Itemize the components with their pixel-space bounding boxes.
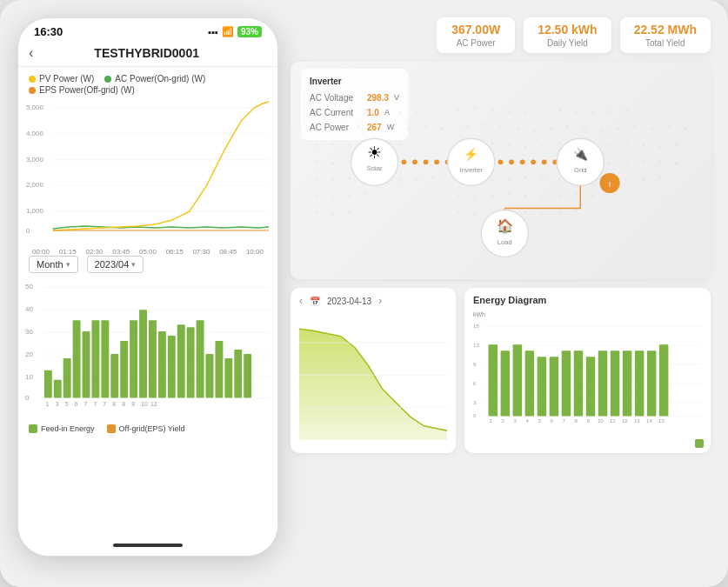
svg-text:Solar: Solar [367, 164, 383, 172]
svg-text:7: 7 [563, 417, 566, 424]
svg-rect-37 [168, 336, 176, 397]
bottom-left-card: ‹ 📅 2023-04-13 › [291, 288, 456, 453]
daily-yield-label: Daily Yield [538, 38, 597, 48]
main-chart: 5,000 4,000 3,000 2,000 1,000 0 [18, 97, 277, 249]
svg-rect-41 [206, 354, 214, 398]
svg-rect-231 [525, 350, 535, 416]
svg-text:7: 7 [93, 402, 97, 408]
area-chart-svg: 12:21 12:41 13:21 14:01 14:41 [299, 310, 447, 440]
svg-point-183 [412, 159, 417, 164]
svg-text:2: 2 [501, 417, 504, 424]
energy-bar-icon [695, 439, 704, 448]
pv-label: PV Power (W) [39, 74, 94, 83]
svg-rect-43 [224, 358, 232, 398]
svg-text:8: 8 [131, 402, 135, 408]
status-icons: ▪▪▪ 📶 93% [208, 26, 262, 37]
daily-yield-value: 12.50 kWh [538, 23, 597, 37]
energy-diagram-title: Energy Diagram [473, 295, 702, 305]
svg-rect-39 [187, 327, 195, 397]
svg-point-192 [520, 159, 525, 164]
svg-text:!: ! [609, 179, 611, 189]
svg-text:8: 8 [122, 402, 125, 408]
svg-rect-42 [215, 341, 223, 398]
offgrid-icon [107, 424, 116, 433]
svg-text:3: 3 [56, 402, 59, 408]
svg-text:7: 7 [84, 402, 88, 408]
svg-text:1: 1 [489, 417, 492, 424]
svg-text:☀: ☀ [367, 143, 382, 162]
legend-row: PV Power (W) AC Power(On-grid) (W) [29, 74, 267, 83]
date-label: 2023-04-13 [327, 297, 371, 306]
main-chart-svg: 5,000 4,000 3,000 2,000 1,000 0 [25, 97, 270, 244]
calendar-icon: 📅 [310, 297, 320, 306]
svg-text:4: 4 [525, 417, 529, 424]
svg-rect-234 [562, 350, 571, 416]
flow-diagram-svg: ☀ Solar ⚡ Inverter [291, 62, 711, 279]
svg-point-185 [434, 159, 439, 164]
energy-legend [695, 439, 704, 448]
legend-feedin: Feed-in Energy [29, 424, 95, 433]
period-label: Month [37, 259, 63, 270]
diagram-area: Inverter AC Voltage 298.3 V AC Current 1… [291, 62, 711, 279]
svg-rect-241 [647, 350, 657, 416]
inner-layout: 16:30 ▪▪▪ 📶 93% ‹ TESTHYBRID0001 [17, 17, 711, 570]
svg-rect-242 [659, 344, 669, 416]
svg-text:12: 12 [622, 417, 628, 424]
prev-date-button[interactable]: ‹ [299, 295, 303, 307]
svg-text:12: 12 [473, 342, 479, 348]
svg-rect-229 [501, 350, 511, 416]
offgrid-label: Off-grid(EPS) Yield [119, 424, 185, 433]
date-nav: ‹ 📅 2023-04-13 › [299, 295, 447, 307]
signal-icon: ▪▪▪ [208, 27, 218, 37]
time-labels: 00:00 01:15 02:30 03:45 05:00 06:15 07:3… [25, 248, 270, 256]
total-yield-label: Total Yield [634, 38, 697, 48]
svg-text:8: 8 [112, 402, 116, 408]
svg-rect-45 [244, 354, 251, 398]
svg-rect-236 [586, 357, 596, 416]
svg-rect-233 [550, 357, 559, 416]
svg-rect-29 [91, 320, 99, 397]
svg-text:40: 40 [25, 305, 33, 313]
svg-point-190 [498, 159, 504, 164]
svg-text:9: 9 [587, 417, 591, 424]
energy-diagram-svg: kWh 15 12 9 6 3 0 [473, 309, 702, 427]
ac-label: AC Power(On-grid) (W) [115, 74, 205, 83]
svg-rect-36 [158, 331, 166, 397]
wifi-icon: 📶 [222, 26, 234, 37]
svg-text:5,000: 5,000 [26, 103, 43, 111]
svg-point-204 [481, 210, 528, 257]
svg-rect-25 [54, 380, 62, 398]
svg-text:Inverter: Inverter [460, 166, 484, 174]
svg-text:⚡: ⚡ [464, 147, 478, 162]
energy-diagram-card: Energy Diagram kWh 15 12 9 6 3 0 [464, 288, 711, 453]
svg-text:5: 5 [538, 417, 542, 424]
stat-ac-power: 367.00W AC Power [437, 17, 515, 53]
svg-rect-235 [574, 350, 584, 416]
svg-rect-31 [110, 354, 118, 398]
yearmonth-selector[interactable]: 2023/04 ▾ [87, 256, 144, 273]
feedin-label: Feed-in Energy [41, 424, 95, 433]
svg-rect-24 [44, 370, 52, 398]
svg-text:10: 10 [25, 373, 33, 381]
eps-dot [29, 87, 36, 94]
next-date-button[interactable]: › [378, 295, 382, 307]
svg-text:0: 0 [473, 412, 477, 418]
legend-eps: EPS Power(Off-grid) (W) [29, 85, 135, 95]
svg-rect-228 [489, 344, 498, 416]
svg-rect-240 [635, 350, 645, 416]
ac-dot [104, 76, 111, 83]
right-panel: 367.00W AC Power 12.50 kWh Daily Yield 2… [291, 17, 711, 557]
svg-text:6: 6 [473, 380, 477, 386]
svg-text:0: 0 [26, 227, 30, 235]
svg-text:6: 6 [551, 417, 554, 424]
svg-rect-239 [623, 350, 632, 416]
legend-ac: AC Power(On-grid) (W) [104, 74, 205, 83]
back-button[interactable]: ‹ [29, 45, 33, 61]
svg-rect-34 [139, 310, 147, 397]
svg-text:6: 6 [75, 402, 78, 408]
svg-text:🏠: 🏠 [497, 217, 514, 234]
svg-text:kWh: kWh [473, 311, 485, 317]
period-selector[interactable]: Month ▾ [29, 256, 78, 273]
svg-point-194 [542, 159, 547, 164]
svg-text:50: 50 [25, 283, 33, 290]
